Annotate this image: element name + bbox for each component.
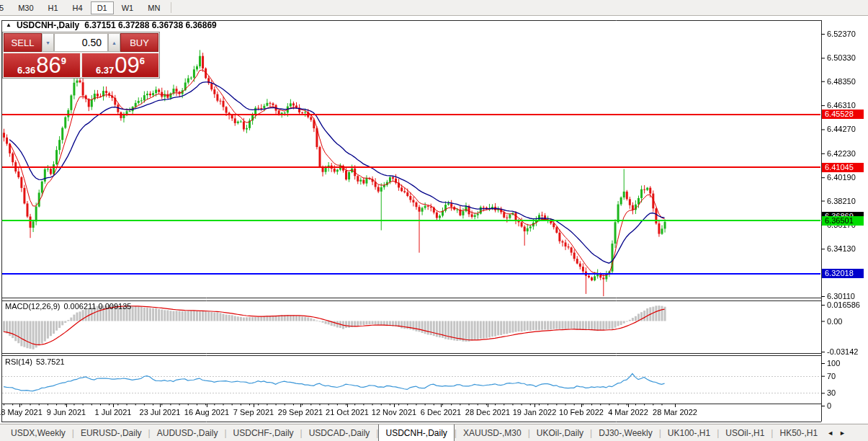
symbol-tab-ukoil-daily[interactable]: UKOil-,Daily [530, 424, 590, 441]
volume-increase-button[interactable]: ▲ [108, 33, 120, 52]
hline-price-label: 6.41045 [822, 163, 864, 172]
chart-title: ▲ USDCNH-,Daily 6.37151 6.37288 6.36738 … [6, 20, 217, 30]
timeframe-button-h1[interactable]: H1 [42, 1, 65, 14]
tab-scroll-left-button[interactable]: ◄ [824, 424, 836, 441]
symbol-tab-xauusd-m30[interactable]: XAUUSD-,M30 [457, 424, 528, 441]
symbol-tabbar: USDX,Weekly|EURUSD-,Daily|AUDUSD-,Daily|… [0, 424, 868, 441]
hline-price-label: 6.32018 [822, 269, 864, 278]
ask-price-pipette: 6 [140, 55, 145, 66]
sell-price-panel[interactable]: 6.36 86 9 [4, 53, 80, 77]
symbol-tab-audusd-daily[interactable]: AUDUSD-,Daily [151, 424, 225, 441]
one-click-trade-widget: SELL ▼ 0.50 ▲ BUY 6.36 86 9 6.37 09 6 [2, 32, 160, 79]
symbol-tab-hk50-h1[interactable]: HK50-,H1 [773, 424, 824, 441]
chart-dropdown-arrow[interactable]: ▲ [6, 21, 12, 30]
sell-button[interactable]: SELL [4, 33, 42, 52]
ask-price-whole: 6.37 [96, 65, 114, 76]
symbol-tab-usdcad-daily[interactable]: USDCAD-,Daily [303, 424, 377, 441]
hline-price-label: 6.36501 [822, 216, 864, 226]
macd-values: 0.006211 0.009135 [63, 302, 131, 311]
macd-indicator-label: MACD(12,26,9)0.006211 0.009135 [5, 302, 131, 311]
symbol-tab-usoil-h1[interactable]: USOil-,H1 [719, 424, 771, 441]
timeframe-button-d1[interactable]: D1 [91, 1, 114, 14]
rsi-value: 53.7521 [36, 357, 65, 366]
chart-symbol-period: USDCNH-,Daily [17, 20, 79, 30]
volume-input[interactable]: 0.50 [54, 33, 108, 52]
timeframe-button-mn[interactable]: MN [141, 1, 166, 14]
buy-price-panel[interactable]: 6.37 09 6 [82, 53, 158, 77]
symbol-tab-usdchf-daily[interactable]: USDCHF-,Daily [227, 424, 300, 441]
rsi-indicator-label: RSI(14)53.7521 [5, 357, 65, 366]
macd-title: MACD(12,26,9) [5, 302, 60, 311]
bid-price-pips: 86 [36, 55, 61, 76]
timeframe-button-w1[interactable]: W1 [115, 1, 140, 14]
toolbar-separator [171, 2, 171, 13]
timeframe-button-m30[interactable]: M30 [12, 1, 40, 14]
symbol-tab-usdcnh-daily[interactable]: USDCNH-,Daily [378, 424, 454, 441]
mt4-chart-window: 5M30H1H4D1W1MN ▲ USDCNH-,Daily 6.37151 6… [0, 0, 868, 441]
hline-price-label: 6.45528 [822, 110, 864, 119]
symbol-tab-usdx-weekly[interactable]: USDX,Weekly [4, 424, 72, 441]
bid-price-whole: 6.36 [17, 65, 35, 76]
volume-decrease-button[interactable]: ▼ [42, 33, 54, 52]
bid-price-pipette: 9 [61, 55, 66, 66]
timeframe-button-h4[interactable]: H4 [66, 1, 89, 14]
symbol-tab-uk100-h1[interactable]: UK100-,H1 [661, 424, 717, 441]
tab-scroll-right-button[interactable]: ► [836, 424, 849, 441]
symbol-tab-dj30-weekly[interactable]: DJ30-,Weekly [592, 424, 658, 441]
rsi-title: RSI(14) [5, 357, 32, 366]
chart-ohlc-values: 6.37151 6.37288 6.36738 6.36869 [84, 20, 217, 30]
timeframe-button-5[interactable]: 5 [0, 1, 10, 14]
timeframe-toolbar: 5M30H1H4D1W1MN [0, 0, 868, 16]
ask-price-pips: 09 [115, 55, 139, 76]
arrow-up-icon: ▲ [112, 40, 117, 45]
buy-button[interactable]: BUY [120, 33, 158, 52]
arrow-down-icon: ▼ [45, 40, 50, 45]
symbol-tab-eurusd-daily[interactable]: EURUSD-,Daily [74, 424, 148, 441]
